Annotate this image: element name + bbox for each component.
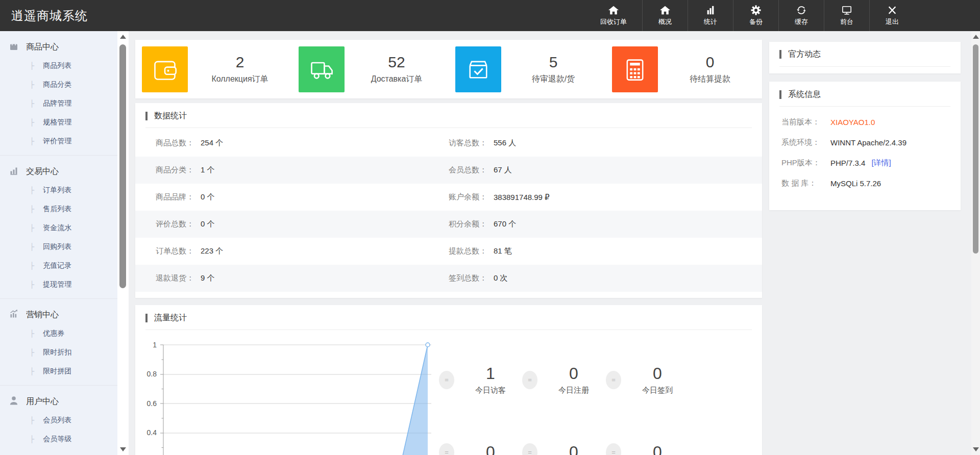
refresh-icon [795,5,807,15]
system-info-card: 系统信息 当前版本： XIAOYAO1.0 系统环境： WINNT Apache… [769,82,961,210]
second-row-stat: = 0 [606,443,686,455]
branch-icon: ├ [30,118,34,126]
section-title: 流量统计 [145,305,752,330]
top-nav: 回收订单 概况 统计 备份 缓存 前台 [585,0,915,31]
stat-card-pending-settlement[interactable]: 0 待结算提款 [605,40,762,98]
sidebar-item-fund-flow[interactable]: ├资金流水 [0,218,117,237]
stat-value: 5 [501,54,605,71]
today-checkins-label: 今日签到 [629,386,686,395]
today-visitors-value: 1 [462,364,519,383]
sidebar-header-products[interactable]: 商品中心 [0,38,117,56]
sidebar-item-product-list[interactable]: ├商品列表 [0,56,117,75]
sidebar-item-product-category[interactable]: ├商品分类 [0,75,117,94]
today-checkins-value: 0 [629,364,686,383]
scroll-down-icon[interactable] [120,447,126,451]
sidebar-header-users[interactable]: 用户中心 [0,392,117,411]
sidebar-scrollbar-thumb[interactable] [119,44,126,288]
stat-value: 0 [658,54,762,71]
admin-dashboard: 逍遥商城系统 回收订单 概况 统计 备份 缓存 [0,0,980,455]
scroll-up-icon[interactable] [120,35,126,39]
stat-label: 待审退款/货 [501,74,605,85]
data-row: 退款退货：9 个 签到总数：0 次 [135,265,762,292]
branch-icon: ├ [30,137,34,145]
sidebar-item-review-mgmt[interactable]: ├评价管理 [0,132,117,150]
branch-icon: ├ [30,416,34,424]
sidebar-item-coupons[interactable]: ├优惠券 [0,324,117,343]
sidebar-section-products: 商品中心 ├商品列表 ├商品分类 ├品牌管理 ├规格管理 ├评价管理 [0,31,117,156]
branch-icon: ├ [30,262,34,269]
sidebar-scrollbar[interactable] [117,31,129,455]
equals-icon: = [522,371,537,389]
stat-cards-row: 2 Коллекция订单 52 Доставка订单 [135,40,762,98]
equals-icon: = [439,443,454,455]
scroll-up-icon[interactable] [973,35,979,39]
branch-icon: ├ [30,99,34,107]
nav-item-recycle-orders[interactable]: 回收订单 [585,0,642,31]
sidebar-header-trade[interactable]: 交易中心 [0,162,117,181]
page-scrollbar[interactable] [971,31,980,455]
sidebar-item-member-level[interactable]: ├会员等级 [0,429,117,448]
nav-item-statistics[interactable]: 统计 [688,0,733,31]
data-row: 商品总数：254 个 访客总数：556 人 [135,130,762,157]
bar-chart-icon [9,165,19,178]
nav-item-cache[interactable]: 缓存 [778,0,824,31]
nav-item-frontend[interactable]: 前台 [824,0,869,31]
section-title: 官方动态 [779,42,950,67]
nav-label: 退出 [886,17,899,27]
sidebar-section-marketing: 营销中心 ├优惠券 ├限时折扣 ├限时拼团 [0,299,117,386]
scroll-down-icon[interactable] [973,447,979,451]
nav-label: 前台 [840,17,853,27]
box-check-icon [455,46,501,92]
today-checkins-stat: = 0 今日签到 [606,364,686,395]
traffic-stats-card: 流量统计 1 0.8 0.6 0.4 [135,305,762,455]
bar-chart-icon [704,5,717,15]
nav-item-overview[interactable]: 概况 [642,0,688,31]
sidebar-item-recharge-records[interactable]: ├充值记录 [0,256,117,275]
sidebar-item-withdraw-mgmt[interactable]: ├提现管理 [0,275,117,294]
home-icon [659,5,671,15]
sidebar-item-order-list[interactable]: ├订单列表 [0,181,117,199]
sysinfo-row-database: 数 据 库： MySQLi 5.7.26 [769,179,961,188]
branch-icon: ├ [30,62,34,69]
section-title: 系统信息 [779,82,950,107]
php-details-link[interactable]: [详情] [871,158,891,168]
sysinfo-row-environment: 系统环境： WINNT Apache/2.4.39 [769,138,961,147]
sidebar-header-marketing[interactable]: 营销中心 [0,306,117,324]
sidebar-item-group-buy[interactable]: ├限时拼团 [0,362,117,381]
sidebar-item-buyback-list[interactable]: ├回购列表 [0,237,117,256]
nav-label: 缓存 [795,17,808,27]
page-scrollbar-thumb[interactable] [973,44,978,254]
sidebar-item-flash-discount[interactable]: ├限时折扣 [0,343,117,362]
equals-icon: = [606,371,621,389]
trend-chart-icon [9,309,19,321]
branch-icon: ├ [30,367,34,375]
equals-icon: = [522,443,537,455]
data-row: 商品分类：1 个 会员总数：67 人 [135,157,762,184]
version-value: XIAOYAO1.0 [830,118,875,127]
branch-icon: ├ [30,435,34,443]
user-icon [9,395,19,408]
main-content: 2 Коллекция订单 52 Доставка订单 [129,31,980,455]
today-visitors-stat: = 1 今日访客 [439,364,519,395]
home-icon [607,5,620,15]
chart-point-marker [426,343,430,347]
stat-card-pending-refunds[interactable]: 5 待审退款/货 [449,40,605,98]
nav-item-backup[interactable]: 备份 [733,0,778,31]
nav-label: 备份 [749,17,763,27]
nav-label: 统计 [704,17,717,27]
branch-icon: ├ [30,281,34,288]
nav-item-logout[interactable]: 退出 [869,0,915,31]
sidebar-item-aftersale-list[interactable]: ├售后列表 [0,199,117,218]
stat-card-delivery-orders[interactable]: 52 Доставка订单 [292,40,449,98]
second-row-stat: = 0 [522,443,602,455]
sidebar-section-trade: 交易中心 ├订单列表 ├售后列表 ├资金流水 ├回购列表 ├充值记录 ├提现管理 [0,156,117,299]
sidebar-item-spec-mgmt[interactable]: ├规格管理 [0,113,117,132]
sidebar-item-member-list[interactable]: ├会员列表 [0,411,117,429]
nav-label: 概况 [658,17,672,27]
sidebar-item-brand-mgmt[interactable]: ├品牌管理 [0,94,117,113]
y-tick-label: 0.4 [141,428,157,437]
stat-card-collection-orders[interactable]: 2 Коллекция订单 [135,40,292,98]
sysinfo-row-version: 当前版本： XIAOYAO1.0 [769,117,961,127]
title-bar-icon [779,90,781,99]
today-signups-value: 0 [545,364,602,383]
